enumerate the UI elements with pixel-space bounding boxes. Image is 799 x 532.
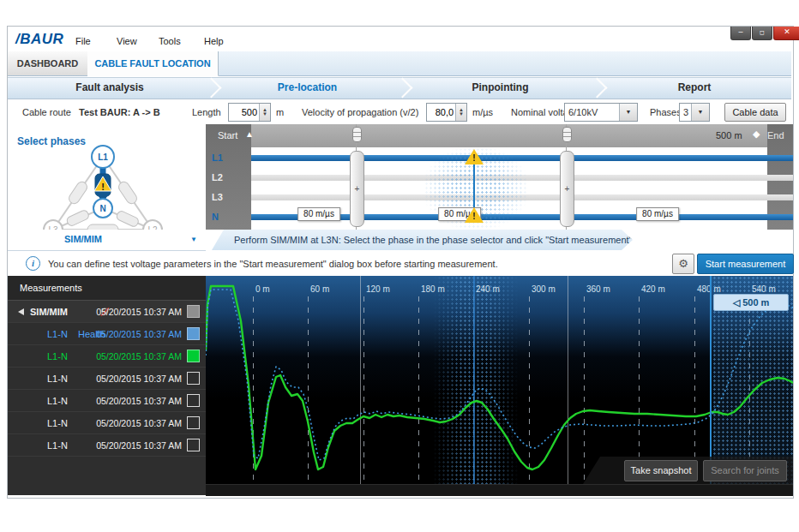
end-marker-icon[interactable]: ◆ — [753, 129, 760, 140]
tab-cable-fault-location[interactable]: CABLE FAULT LOCATION — [87, 51, 219, 76]
measurement-checkbox[interactable] — [187, 305, 200, 318]
window-controls: – ◻ ✕ — [730, 27, 799, 40]
cable-segment — [117, 180, 139, 206]
cable-joint[interactable]: + — [560, 151, 574, 227]
trace-chart[interactable]: ◁ 500 m Take snapshot Search for joints … — [206, 276, 793, 484]
svg-text:N: N — [99, 204, 105, 213]
velocity-field[interactable] — [427, 104, 455, 121]
measurement-date: 05/20/2015 10:37 AM — [96, 374, 182, 384]
length-input[interactable]: ▲▼ — [228, 103, 271, 122]
joint-icon — [352, 127, 362, 142]
propagation-speed-badge: 80 m/µs — [636, 207, 679, 221]
menu-file[interactable]: File — [75, 36, 91, 46]
step-report[interactable]: Report — [598, 77, 791, 98]
start-measurement-button[interactable]: Start measurement — [697, 254, 794, 274]
menu-help[interactable]: Help — [204, 36, 224, 46]
velocity-input[interactable]: ▲▼ — [426, 103, 467, 122]
measurement-date: 05/20/2015 10:37 AM — [96, 351, 182, 362]
measurement-row[interactable]: L1-N05/20/2015 10:37 AM — [8, 390, 206, 412]
baur-logo: /BAUR — [15, 31, 63, 48]
trace-l1-n-health — [206, 290, 793, 460]
measurement-row[interactable]: SIM/MIM⚙05/20/2015 10:37 AM — [8, 301, 206, 323]
measurement-row[interactable]: L1-NHealth05/20/2015 10:37 AM — [8, 323, 206, 345]
chevron-down-icon[interactable]: ▼ — [619, 104, 637, 121]
cable-diagram[interactable]: Start ▲ 500 m ◆ End L1L2L3N ++ 80 m/µs80… — [206, 124, 793, 230]
measurement-checkbox[interactable] — [187, 327, 200, 340]
maximize-button[interactable]: ◻ — [752, 27, 772, 40]
length-field[interactable] — [229, 104, 259, 121]
info-icon: i — [26, 256, 40, 271]
info-text: You can define test voltage parameters i… — [48, 259, 498, 269]
start-label: Start — [218, 130, 237, 140]
velocity-unit: m/µs — [472, 107, 493, 117]
measurement-label: L1-N — [47, 418, 68, 428]
search-for-joints-button[interactable]: Search for joints — [703, 460, 787, 481]
measurement-checkbox[interactable] — [187, 394, 200, 407]
measurement-date: 05/20/2015 10:37 AM — [96, 396, 182, 406]
method-selector[interactable]: SIM/MIM ▼ — [8, 230, 206, 251]
close-button[interactable]: ✕ — [773, 27, 799, 40]
spin-down-icon[interactable]: ▼ — [459, 112, 464, 117]
chevron-down-icon[interactable]: ▼ — [190, 236, 197, 243]
distance-cursor-line[interactable] — [710, 276, 712, 484]
length-spinner[interactable]: ▲▼ — [259, 104, 270, 121]
measurement-row[interactable]: L1-N05/20/2015 10:37 AM — [8, 368, 206, 390]
measurement-date: 05/20/2015 10:37 AM — [96, 440, 182, 451]
phase-label-l1: L1 — [212, 152, 223, 163]
cable-joint[interactable]: + — [350, 151, 364, 227]
cursor-position-badge[interactable]: ◁ 500 m — [713, 294, 789, 311]
cable-header-band — [206, 124, 793, 147]
velocity-spinner[interactable]: ▲▼ — [455, 104, 466, 121]
chart-bottom-bar: ◄ ► + − 1:1 100% — [206, 484, 793, 496]
start-marker-icon[interactable]: ▲ — [245, 129, 254, 139]
measurement-checkbox[interactable] — [187, 439, 200, 451]
method-selector-value: SIM/MIM — [64, 234, 102, 244]
phase-label-n: N — [212, 212, 219, 222]
svg-text:L1: L1 — [98, 152, 108, 162]
spin-down-icon[interactable]: ▼ — [262, 112, 267, 117]
phases-dropdown[interactable]: 3 ▼ — [679, 103, 710, 122]
phase-label-l3: L3 — [212, 192, 223, 202]
measurement-checkbox[interactable] — [187, 350, 200, 362]
menu-tools[interactable]: Tools — [159, 36, 181, 46]
length-label: Length — [192, 107, 221, 117]
menu-view[interactable]: View — [117, 36, 137, 46]
joint-icon — [562, 127, 572, 142]
cable-segment — [67, 180, 89, 206]
step-pre-location[interactable]: Pre-location — [212, 77, 403, 98]
measurement-label: L1-N — [47, 329, 68, 339]
measurement-checkbox[interactable] — [187, 372, 200, 385]
measurements-header: Measurements — [8, 276, 206, 301]
measurement-row[interactable]: L1-N05/20/2015 10:37 AM — [8, 412, 206, 434]
measurements-panel: Measurements SIM/MIM⚙05/20/2015 10:37 AM… — [8, 276, 206, 495]
step-pinpointing[interactable]: Pinpointing — [403, 77, 598, 98]
measurement-label: L1-N — [47, 440, 68, 451]
take-snapshot-button[interactable]: Take snapshot — [624, 460, 698, 481]
velocity-label: Velocity of propagation (v/2) — [302, 107, 418, 117]
measurement-date: 05/20/2015 10:37 AM — [96, 307, 182, 317]
cable-data-button[interactable]: Cable data — [724, 103, 786, 122]
tab-dashboard[interactable]: DASHBOARD — [8, 51, 88, 75]
cable-route-label: Cable route — [22, 107, 71, 117]
minimize-button[interactable]: – — [730, 27, 751, 40]
measurement-row[interactable]: L1-N05/20/2015 10:37 AM — [8, 345, 206, 368]
end-label: End — [767, 130, 784, 140]
voltage-dropdown[interactable]: 6/10kV ▼ — [564, 103, 638, 122]
cable-segment — [116, 210, 140, 228]
measurement-label: L1-N — [47, 351, 68, 362]
measurement-date: 05/20/2015 10:37 AM — [96, 329, 182, 339]
svg-text:!: ! — [101, 182, 105, 192]
measurement-label: L1-N — [47, 374, 68, 384]
trace-curves — [206, 276, 793, 484]
cable-segment — [66, 209, 90, 227]
propagation-speed-badge: 80 m/µs — [297, 207, 340, 221]
measurement-row[interactable]: L1-N05/20/2015 10:37 AM — [8, 434, 206, 457]
instruction-bubble: Perform SIM/MIM at L3N: Select the phase… — [212, 230, 633, 250]
settings-button[interactable]: ⚙ — [672, 254, 694, 274]
measurement-checkbox[interactable] — [187, 416, 200, 429]
chevron-down-icon[interactable]: ▼ — [691, 104, 709, 121]
step-fault-analysis[interactable]: Fault analysis — [8, 77, 212, 98]
application-window: /BAUR File View Tools Help – ◻ ✕ DASHBOA… — [0, 0, 799, 532]
expander-icon[interactable] — [18, 308, 24, 315]
phase-label-l2: L2 — [212, 172, 223, 182]
